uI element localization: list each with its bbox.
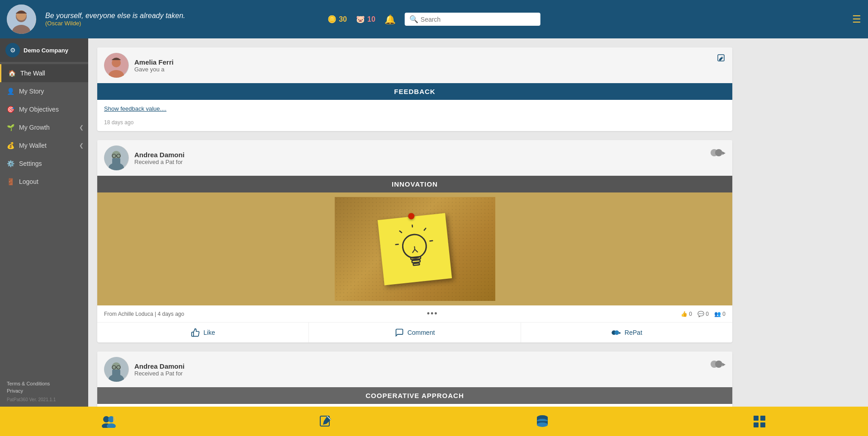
- coin-count: 30: [339, 15, 347, 23]
- comment-label: Comment: [408, 329, 435, 336]
- terms-link[interactable]: Terms & Conditions: [7, 381, 81, 386]
- like-button[interactable]: Like: [97, 323, 308, 342]
- growth-icon: 🌱: [7, 124, 14, 131]
- top-header: Be yourself, everyone else is already ta…: [0, 0, 868, 38]
- comment-icon: [395, 328, 404, 337]
- nav-label-settings: Settings: [19, 160, 42, 167]
- svg-point-22: [402, 233, 427, 258]
- cork-board: [335, 197, 495, 301]
- like-icon: [191, 328, 200, 337]
- feed-card-feedback: Amelia Ferri Gave you a FEEDBACK Show fe…: [97, 47, 732, 131]
- card-edit-icon-1[interactable]: [717, 54, 726, 65]
- wallet-icon: 💰: [7, 142, 14, 149]
- main-layout: ⚙ Demo Company 🏠 The Wall 👤 My Story 🎯 M…: [0, 38, 868, 407]
- nav-label-story: My Story: [19, 88, 44, 95]
- quote-text: Be yourself, everyone else is already ta…: [45, 12, 185, 20]
- search-bar: 🔍: [405, 13, 541, 26]
- svg-rect-24: [412, 259, 420, 263]
- coin-icon: 🪙: [327, 15, 337, 23]
- user-avatar[interactable]: [7, 5, 36, 34]
- sidebar-item-my-objectives[interactable]: 🎯 My Objectives: [0, 100, 88, 118]
- sidebar-item-my-growth[interactable]: 🌱 My Growth ❮: [0, 118, 88, 136]
- logout-icon: 🚪: [7, 178, 14, 185]
- svg-rect-50: [760, 416, 765, 421]
- right-panel: [741, 38, 868, 407]
- svg-rect-32: [112, 370, 120, 376]
- lightbulb-icon: [392, 222, 437, 276]
- bottom-bar: [0, 407, 868, 436]
- feed-card-innovation: Andrea Damoni Received a Pat for INNOVAT…: [97, 140, 732, 342]
- cooperative-category-bar: COOPERATIVE APPROACH: [97, 387, 732, 404]
- search-input[interactable]: [421, 16, 536, 23]
- company-badge[interactable]: ⚙ Demo Company: [0, 38, 88, 62]
- sidebar-item-logout[interactable]: 🚪 Logout: [0, 173, 88, 191]
- header-center: 🪙 30 🐷 10 🔔 🔍: [327, 13, 541, 26]
- card-repat-icon-2[interactable]: [710, 147, 726, 160]
- repat-label: RePat: [625, 329, 642, 336]
- andrea-avatar-2: [104, 357, 129, 382]
- piggy-count: 10: [367, 15, 375, 23]
- bottom-grid-button[interactable]: [748, 410, 771, 433]
- feed-card-cooperative: Andrea Damoni Received a Pat for COOPERA…: [97, 352, 732, 407]
- repat-button[interactable]: RePat: [521, 323, 732, 342]
- sidebar-item-settings[interactable]: ⚙️ Settings: [0, 155, 88, 173]
- hamburger-menu[interactable]: ☰: [852, 14, 861, 25]
- card-user-sub-3: Received a Pat for: [134, 370, 185, 377]
- bottom-team-button[interactable]: [97, 410, 120, 433]
- content-area: Amelia Ferri Gave you a FEEDBACK Show fe…: [88, 38, 741, 407]
- card-from-label-2: From Achille Loduca | 4 days ago: [104, 311, 184, 317]
- svg-rect-49: [754, 416, 759, 421]
- svg-point-48: [537, 422, 548, 427]
- show-feedback-link[interactable]: Show feedback value....: [104, 105, 166, 112]
- notification-bell[interactable]: 🔔: [384, 14, 396, 25]
- comments-count: 💬 0: [697, 311, 709, 317]
- bottom-database-button[interactable]: [531, 410, 554, 433]
- svg-point-37: [715, 361, 722, 368]
- growth-arrow-icon: ❮: [79, 124, 84, 131]
- card-user-sub-1: Gave you a: [134, 66, 174, 73]
- feedback-category-bar: FEEDBACK: [97, 83, 732, 100]
- from-text-2: From Achille Loduca | 4 days ago: [104, 311, 184, 317]
- svg-rect-25: [413, 263, 419, 265]
- svg-rect-11: [112, 158, 120, 165]
- svg-rect-51: [754, 422, 759, 427]
- svg-line-20: [400, 230, 402, 232]
- story-icon: 👤: [7, 88, 14, 95]
- svg-point-28: [614, 330, 619, 335]
- svg-line-18: [424, 228, 426, 230]
- andrea-avatar-1: [104, 145, 129, 170]
- card-header-3: Andrea Damoni Received a Pat for: [97, 352, 732, 387]
- company-icon: ⚙: [5, 43, 20, 57]
- likes-count: 👍 0: [681, 311, 692, 317]
- bottom-edit-button[interactable]: [314, 410, 337, 433]
- repats-count: 👥 0: [714, 311, 726, 317]
- card-meta-right-2: 👍 0 💬 0 👥 0: [681, 311, 726, 317]
- svg-line-17: [412, 224, 413, 226]
- nav-label-logout: Logout: [19, 178, 38, 185]
- quote-author: (Oscar Wilde): [45, 20, 185, 27]
- sidebar: ⚙ Demo Company 🏠 The Wall 👤 My Story 🎯 M…: [0, 38, 88, 407]
- privacy-link[interactable]: Privacy: [7, 388, 81, 394]
- sidebar-item-the-wall[interactable]: 🏠 The Wall: [0, 64, 88, 82]
- version-label: PatPat360 Ver. 2021.1.1: [7, 397, 81, 402]
- nav-label-wallet: My Wallet: [19, 142, 47, 149]
- card-repat-icon-3[interactable]: [710, 358, 726, 372]
- comment-button[interactable]: Comment: [308, 323, 520, 342]
- piggy-badge: 🐷 10: [356, 15, 375, 23]
- svg-point-16: [715, 149, 722, 156]
- card-user-sub-2: Received a Pat for: [134, 159, 185, 165]
- like-label: Like: [204, 329, 215, 336]
- sidebar-item-my-wallet[interactable]: 💰 My Wallet ❮: [0, 136, 88, 155]
- search-icon: 🔍: [409, 15, 418, 23]
- innovation-category-bar: INNOVATION: [97, 176, 732, 192]
- piggy-icon: 🐷: [356, 15, 365, 23]
- card-user-name-1: Amelia Ferri: [134, 58, 174, 66]
- svg-line-21: [396, 244, 398, 244]
- svg-line-26: [414, 246, 415, 249]
- more-options-dots[interactable]: •••: [427, 309, 438, 319]
- card-user-info-2: Andrea Damoni Received a Pat for: [134, 151, 185, 165]
- nav-label-growth: My Growth: [19, 124, 50, 131]
- svg-line-19: [430, 240, 432, 241]
- sidebar-item-my-story[interactable]: 👤 My Story: [0, 82, 88, 100]
- header-quote: Be yourself, everyone else is already ta…: [45, 12, 185, 27]
